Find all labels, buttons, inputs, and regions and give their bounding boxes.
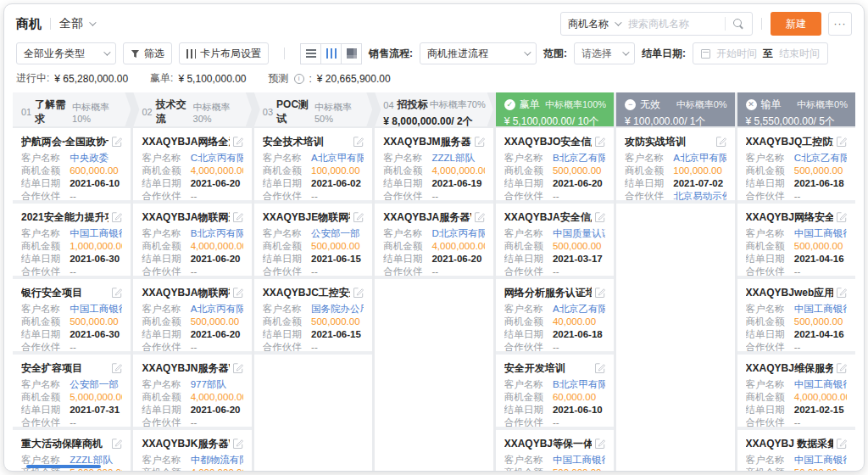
opportunity-card[interactable]: XXAQYBJE物联网视频上云... 客户名称 公安部一部 商机金额 500,0… — [254, 204, 372, 279]
opportunity-card[interactable]: XXAQYBJA安全信息隔离与... 客户名称 中国质量认证中心 商机金额 50… — [496, 204, 614, 279]
business-type-select[interactable]: 全部业务类型 — [16, 42, 116, 64]
kanban-column-header[interactable]: ✓ 赢单 中标概率100% ¥ 5,100,000.00/ 10个 — [496, 92, 614, 126]
opportunity-card[interactable]: 安全技术培训 客户名称 A北京甲有限公司 商机金额 100,000.00 结单日… — [254, 128, 372, 204]
opportunity-card[interactable]: 护航两会-全国政协十三届... 客户名称 中央政委 商机金额 600,000.0… — [13, 128, 131, 204]
opportunity-card[interactable]: XXAQYBJA服务器V00XCC... 客户名称 D北京丙有限公司 商机金额 … — [375, 204, 492, 279]
card-customer-value[interactable]: B北京乙有限公司 — [553, 153, 605, 163]
kanban-column-header[interactable]: 01 了解需求 中标概率10% ¥ 30,640,000.00/ 22个 — [13, 92, 131, 126]
opportunity-card[interactable]: XXAQYBJO安全信息隔离与... 客户名称 B北京乙有限公司 商机金额 50… — [496, 128, 614, 204]
search-icon[interactable] — [732, 18, 745, 31]
card-customer-value[interactable]: 中国工商银行股份有... — [794, 228, 847, 238]
edit-icon[interactable] — [233, 212, 243, 222]
search-field-selector[interactable]: 商机名称 — [568, 17, 628, 31]
info-icon[interactable]: i — [294, 74, 304, 84]
card-customer-value[interactable]: B北京丙有限公司 — [191, 228, 243, 238]
edit-icon[interactable] — [233, 288, 243, 298]
kanban-column-header[interactable]: 04 招投标 中标概率70% ¥ 8,000,000.00/ 2个 — [375, 92, 492, 126]
edit-icon[interactable] — [233, 439, 243, 449]
opportunity-card[interactable]: XXAQYBJA物联网视频上云... 客户名称 A北京丙有限公司 商机金额 50… — [133, 279, 251, 355]
edit-icon[interactable] — [595, 363, 605, 373]
edit-icon[interactable] — [233, 137, 243, 147]
filter-button[interactable]: 筛选 — [123, 42, 172, 64]
edit-icon[interactable] — [112, 363, 122, 373]
opportunity-card[interactable]: 网络分析服务认证培训 客户名称 A北京乙有限公司 商机金额 40,000.00 … — [496, 279, 614, 355]
card-customer-value[interactable]: 中国工商银行股份有... — [794, 379, 847, 389]
opportunity-card[interactable]: XXAQYBJQ工控防火墙系统... 客户名称 C北京乙有限公司 商机金额 50… — [737, 128, 855, 204]
edit-icon[interactable] — [837, 439, 847, 449]
card-customer-value[interactable]: C北京乙有限公司 — [794, 153, 847, 163]
kanban-column-header[interactable]: 02 技术交流 中标概率30% ¥ 25,540,000.00/ 10个 — [133, 92, 251, 126]
card-customer-value[interactable]: ZZZL部队 — [431, 153, 474, 163]
new-button[interactable]: 新建 — [771, 12, 821, 36]
edit-icon[interactable] — [595, 439, 605, 449]
list-view-toggle[interactable] — [300, 43, 321, 64]
kanban-column-header[interactable]: − 无效 中标概率0% ¥ 100,000.00/ 1个 — [616, 92, 734, 126]
edit-icon[interactable] — [837, 363, 847, 373]
close-date-range-picker[interactable]: 开始时间 至 结束时间 — [693, 42, 828, 64]
opportunity-card[interactable]: XXAQYBJN服务器V00XCD... 客户名称 977部队 商机金额 4,0… — [133, 355, 251, 430]
compact-view-toggle[interactable] — [341, 43, 362, 64]
edit-icon[interactable] — [353, 212, 364, 222]
card-customer-value[interactable]: 中国工商银行股份有... — [70, 304, 122, 314]
opportunity-card[interactable]: 安全扩容项目 客户名称 公安部一部 商机金额 5,000,000.00 结单日期… — [13, 355, 131, 430]
card-customer-value[interactable]: B北京甲有限公司 — [553, 379, 605, 389]
edit-icon[interactable] — [112, 439, 122, 449]
edit-icon[interactable] — [595, 212, 605, 222]
card-customer-value[interactable]: 中央政委 — [70, 153, 108, 163]
card-customer-value[interactable]: 国务院办公厅机关服... — [311, 304, 364, 314]
card-customer-value[interactable]: 中国工商银行股份有... — [70, 228, 122, 238]
opportunity-card[interactable]: XXAQYBJA物联网边缘AI智... 客户名称 B北京丙有限公司 商机金额 4… — [133, 204, 251, 279]
opportunity-card[interactable]: 2021安全能力提升项目 客户名称 中国工商银行股份有... 商机金额 1,00… — [13, 204, 131, 279]
kanban-column-header[interactable]: ✕ 输单 中标概率0% ¥ 5,550,000.00/ 5个 — [737, 92, 855, 126]
edit-icon[interactable] — [475, 212, 485, 222]
card-customer-value[interactable]: A北京丙有限公司 — [191, 304, 243, 314]
opportunity-card[interactable]: XXAQYBJ等保一体机XCC项目 客户名称 中国工商银行股份有... 商机金额… — [496, 430, 614, 471]
card-customer-value[interactable]: A北京甲有限公司 — [311, 153, 364, 163]
card-customer-value[interactable]: 中国工商银行股份有... — [553, 455, 605, 465]
card-customer-value[interactable]: ZZZL部队 — [70, 455, 112, 465]
card-customer-value[interactable]: C北京丙有限公司 — [191, 153, 243, 163]
opportunity-card[interactable]: 安全开发培训 客户名称 B北京甲有限公司 商机金额 60,000.00 结单日期… — [496, 355, 614, 430]
edit-icon[interactable] — [112, 137, 122, 147]
card-customer-value[interactable]: 中国工商银行股份有... — [794, 304, 847, 314]
kanban-view-toggle[interactable] — [320, 43, 342, 64]
edit-icon[interactable] — [837, 212, 847, 222]
edit-icon[interactable] — [112, 288, 122, 298]
edit-icon[interactable] — [837, 288, 847, 298]
edit-icon[interactable] — [233, 363, 243, 373]
card-customer-value[interactable]: 中都物流有限公司 — [191, 455, 243, 465]
edit-icon[interactable] — [112, 212, 122, 222]
opportunity-card[interactable]: XXAQYBJ网络安全态势感知... 客户名称 中国工商银行股份有... 商机金… — [737, 204, 855, 279]
edit-icon[interactable] — [475, 137, 485, 147]
card-customer-value[interactable]: A北京甲有限公司 — [673, 153, 726, 163]
card-customer-value[interactable]: 977部队 — [191, 379, 226, 389]
opportunity-card[interactable]: XXAQYBJ维保服务XCC项目 客户名称 中国工商银行股份有... 商机金额 … — [737, 355, 855, 430]
card-customer-value[interactable]: 公安部一部 — [311, 228, 360, 238]
card-customer-value[interactable]: D北京丙有限公司 — [431, 228, 484, 238]
scope-select[interactable]: 请选择 — [574, 42, 635, 64]
opportunity-card[interactable]: XXAQYBJ 数据采集、存储... 客户名称 中国工商银行股份有... 商机金… — [737, 430, 855, 471]
card-customer-value[interactable]: 中国工商银行股份有... — [794, 455, 847, 465]
sales-process-select[interactable]: 商机推进流程 — [420, 42, 537, 64]
horizontal-scrollbar-thumb[interactable] — [26, 465, 101, 468]
opportunity-card[interactable]: XXAQYBJA网络全流量安全... 客户名称 C北京丙有限公司 商机金额 4,… — [133, 128, 251, 204]
opportunity-card[interactable]: 攻防实战培训 客户名称 A北京甲有限公司 商机金额 100,000.00 结单日… — [616, 128, 734, 204]
kanban-column-header[interactable]: 03 POC测试 中标概率50% ¥ 1,100,000.00/ 3个 — [254, 92, 372, 126]
view-filter-dropdown[interactable]: 全部 — [59, 16, 94, 31]
search-input[interactable] — [628, 18, 723, 30]
opportunity-card[interactable]: XXAQYBJM服务器V00XCC... 客户名称 ZZZL部队 商机金额 4,… — [375, 128, 492, 204]
edit-icon[interactable] — [595, 137, 605, 147]
more-icon[interactable]: ··· — [828, 12, 852, 36]
opportunity-card[interactable]: XXAQYBJweb应用防护墙XC... 客户名称 中国工商银行股份有... 商… — [737, 279, 855, 355]
edit-icon[interactable] — [837, 137, 847, 147]
edit-icon[interactable] — [353, 288, 364, 298]
edit-icon[interactable] — [353, 137, 364, 147]
edit-icon[interactable] — [595, 288, 605, 298]
card-layout-settings-button[interactable]: 卡片布局设置 — [179, 42, 269, 64]
card-customer-value[interactable]: 公安部一部 — [70, 379, 119, 389]
edit-icon[interactable] — [716, 137, 726, 147]
card-customer-value[interactable]: 中国质量认证中心 — [553, 228, 605, 238]
card-customer-value[interactable]: A北京乙有限公司 — [553, 304, 605, 314]
opportunity-card[interactable]: 银行安全项目 客户名称 中国工商银行股份有... 商机金额 500,000.00… — [13, 279, 131, 355]
opportunity-card[interactable]: XXAQYBJC工控安全检查工... 客户名称 国务院办公厅机关服... 商机金… — [254, 279, 372, 355]
